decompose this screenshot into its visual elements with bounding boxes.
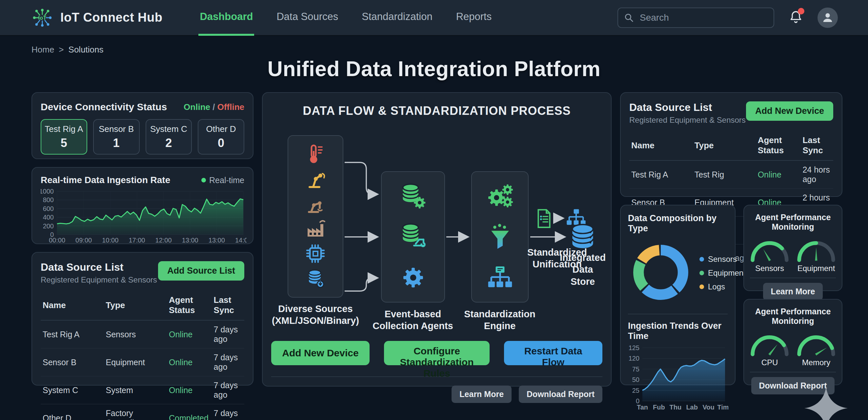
hierarchy-icon	[486, 264, 514, 292]
right-table-title: Data Source List	[629, 101, 746, 114]
table-row[interactable]: Test Rig ATest RigOnline24 hors ago	[629, 160, 833, 189]
svg-text:800: 800	[43, 196, 54, 204]
realtime-area-chart: 1000 800 600 400 200 0 00:00 09:00 10:00…	[41, 189, 244, 245]
configure-standardization-rules-button[interactable]: Configure Standardization Rules	[384, 341, 490, 365]
nav-item-reports[interactable]: Reports	[455, 0, 493, 36]
diverse-sources-label: Diverse Sources (XML/JSON/Binary)	[272, 303, 359, 327]
legend-dot	[700, 284, 704, 289]
table-row[interactable]: System CSystemOnline7 days ago	[41, 377, 244, 404]
gears-icon	[486, 182, 514, 210]
perf-bottom-title: Agent Performance Monitoring	[750, 307, 836, 326]
device-tile-test-rig-a[interactable]: Test Rig A 5	[41, 119, 87, 154]
svg-text:50: 50	[632, 376, 640, 383]
table-row[interactable]: Sensor BEquipmentOnline7 days ago	[41, 349, 244, 377]
legend-item-logs: Logs	[700, 282, 746, 291]
device-tile-system-c[interactable]: System C 2	[146, 119, 192, 154]
agent-performance-card-top: Agent Performance Monitoring Sensors Equ…	[743, 205, 842, 291]
gauge-cpu: CPU	[748, 330, 791, 367]
data-source-list-card-left: Data Source List Registered Equipment & …	[31, 252, 253, 386]
document-icon	[533, 208, 555, 229]
iot-network-logo-icon: IoT	[30, 6, 55, 30]
svg-text:1000: 1000	[41, 189, 54, 195]
flow-title: DATA FLOW & STANDARDIZATION PROCESS	[271, 104, 602, 118]
divider	[628, 314, 727, 314]
device-tile-other-d[interactable]: Other D 0	[198, 119, 244, 154]
nav-item-data-sources[interactable]: Data Sources	[275, 0, 339, 36]
notification-dot	[798, 8, 804, 14]
svg-text:17:00: 17:00	[128, 237, 145, 244]
thermometer-icon	[305, 144, 326, 165]
gauge-sensors: Sensors	[748, 236, 791, 273]
download-report-button-flow[interactable]: Download Report	[519, 386, 602, 403]
learn-more-button-flow[interactable]: Learn More	[452, 386, 512, 403]
svg-text:13:00: 13:00	[182, 237, 198, 244]
composition-donut-chart	[628, 240, 693, 306]
perf-top-title: Agent Performance Monitoring	[750, 213, 836, 232]
standardization-engine-label: Standardization Engine	[464, 308, 535, 332]
funnel-icon	[486, 223, 514, 251]
table-row[interactable]: Other DFactory ControllerCompleted7 days…	[41, 404, 244, 420]
add-source-list-button[interactable]: Add Source List	[158, 261, 244, 280]
top-navigation-bar: IoT IoT Connect Hub DashboardData Source…	[0, 0, 868, 36]
svg-text:09:00: 09:00	[75, 237, 92, 244]
svg-text:Vou: Vou	[703, 403, 714, 411]
data-flow-card: DATA FLOW & STANDARDIZATION PROCESS	[262, 92, 612, 387]
user-icon	[821, 10, 834, 25]
bell-icon	[788, 20, 803, 25]
breadcrumb-home[interactable]: Home	[31, 44, 54, 55]
brand-title: IoT Connect Hub	[60, 10, 162, 25]
svg-text:Lab: Lab	[686, 403, 698, 411]
ingestion-title: Ingestion Trends Over Time	[628, 321, 727, 341]
database-crane-icon	[399, 223, 427, 251]
table-header-row: NameTypeAgent StatusLast Sync	[41, 292, 244, 320]
legend-dot	[202, 178, 206, 182]
ingestion-area-chart: 125 120 75 50 25 0TanFubThuLabVouTimu	[628, 344, 727, 414]
search-input[interactable]	[617, 7, 774, 28]
user-avatar[interactable]	[817, 7, 838, 28]
composition-title: Data Composition by Type	[628, 213, 727, 234]
svg-text:75: 75	[632, 365, 640, 373]
right-table-subtitle: Registered Equipment & Sensors	[629, 116, 746, 125]
collection-agents-box	[381, 171, 445, 303]
robot-arm-icon	[305, 169, 326, 190]
restart-data-flow-button[interactable]: Restart Data Flow	[504, 341, 602, 365]
learn-more-button[interactable]: Learn More	[763, 283, 823, 300]
svg-text:Fub: Fub	[653, 403, 665, 411]
main-nav: DashboardData SourcesStandardizationRepo…	[198, 0, 493, 36]
flow-diagram: Diverse Sources (XML/JSON/Binary) Event-…	[271, 120, 604, 333]
add-new-device-button[interactable]: Add New Device	[271, 341, 370, 365]
left-table-title: Data Source List	[41, 261, 157, 273]
data-source-list-card-right: Data Source List Registered Equipment & …	[620, 92, 842, 197]
svg-text:00:00: 00:00	[49, 237, 65, 244]
legend-dot	[700, 271, 704, 275]
database-download-icon	[305, 268, 326, 289]
collection-agents-label: Event-based Collection Agents	[373, 308, 453, 332]
legend-item-sensors: Sensors	[700, 254, 746, 264]
svg-text:Tan: Tan	[637, 403, 648, 411]
realtime-legend: Real-time	[202, 176, 244, 185]
table-row[interactable]: Test Rig ASensorsOnline7 days ago	[41, 320, 244, 349]
legend-item-equipment: Equipment	[700, 268, 746, 278]
svg-text:Thu: Thu	[669, 403, 681, 411]
realtime-ingestion-card: Real-time Data Ingestion Rate Real-time …	[31, 167, 253, 244]
legend-dot	[700, 257, 704, 262]
breadcrumb-solutions[interactable]: Solutions	[68, 44, 104, 55]
integrated-data-store-label: Integrated Data Store	[560, 252, 606, 288]
composition-trends-card: Data Composition by Type Sensors Equipme…	[620, 205, 736, 385]
search-box	[617, 7, 774, 28]
notifications-button[interactable]	[788, 10, 803, 26]
nav-item-dashboard[interactable]: Dashboard	[198, 0, 254, 36]
brand-logo[interactable]: IoT IoT Connect Hub	[30, 6, 162, 30]
device-tile-sensor-b[interactable]: Sensor B 1	[93, 119, 140, 154]
svg-text:13:00: 13:00	[209, 237, 225, 244]
svg-text:125: 125	[629, 344, 640, 352]
left-table-subtitle: Registered Equipment & Sensors	[41, 275, 157, 284]
database-icon	[569, 223, 596, 250]
svg-text:25: 25	[632, 387, 640, 394]
nav-item-standardization[interactable]: Standardization	[361, 0, 434, 36]
database-gear-icon	[399, 182, 427, 210]
agent-performance-card-bottom: Agent Performance Monitoring CPU Memory …	[743, 299, 842, 385]
add-new-device-button-right[interactable]: Add New Device	[746, 101, 833, 121]
svg-text:12:00: 12:00	[155, 237, 172, 244]
gauge-equipment: Equipment	[795, 236, 838, 273]
